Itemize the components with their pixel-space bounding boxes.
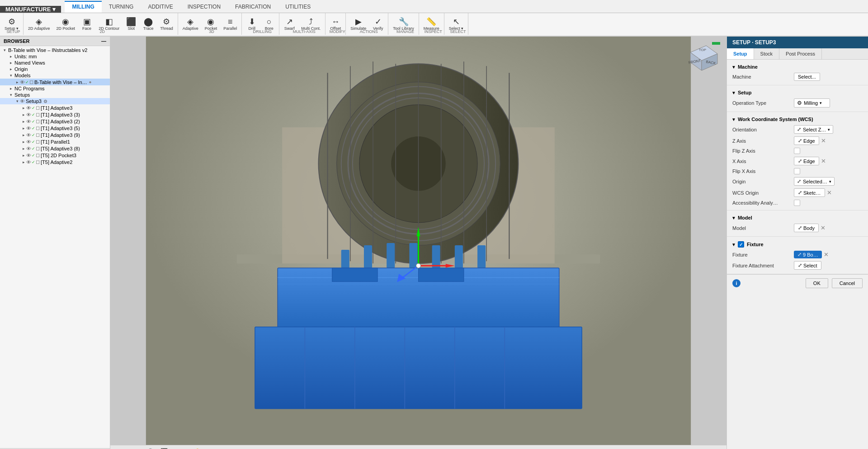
eye-icon-model-item[interactable]: 👁 xyxy=(20,80,25,85)
eye-icon-t1-adaptive3-2[interactable]: 👁 xyxy=(26,119,31,124)
model-body-field[interactable]: ⤢ Body xyxy=(794,224,819,232)
browser-collapse-btn[interactable]: — xyxy=(101,38,106,44)
arrow-model-item[interactable]: ▸ xyxy=(14,80,20,84)
tab-utilities[interactable]: UTILITIES xyxy=(278,1,318,13)
camera-btn[interactable]: 📷 xyxy=(123,447,134,449)
x-axis-clear[interactable]: ✕ xyxy=(821,158,826,164)
wcs-origin-clear[interactable]: ✕ xyxy=(827,189,832,196)
check-icon-t5-adaptive2[interactable]: ✓ xyxy=(32,160,35,164)
arrow-t5-adaptive3-8[interactable]: ▸ xyxy=(21,146,26,151)
tree-item-t1-adaptive3-9[interactable]: ▸👁✓◻[T1] Adaptive3 (9) xyxy=(0,131,110,138)
model-section-header[interactable]: ▼ Model xyxy=(727,213,868,222)
zoom-btn[interactable]: 🔍 xyxy=(146,447,157,449)
arrow-t5-2d-pocket3[interactable]: ▸ xyxy=(21,153,26,158)
z-axis-field[interactable]: ⤢ Edge xyxy=(794,136,819,145)
x-axis-field[interactable]: ⤢ Edge xyxy=(794,157,819,165)
tree-item-units[interactable]: ▸Units: mm xyxy=(0,53,110,60)
pan-btn[interactable]: ✋ xyxy=(192,447,203,449)
machine-select-btn[interactable]: Select... xyxy=(794,73,820,81)
tree-item-setup3[interactable]: ▾👁Setup3⚙ xyxy=(0,98,110,104)
z-axis-clear[interactable]: ✕ xyxy=(821,137,826,144)
tree-item-named-views[interactable]: ▸Named Views xyxy=(0,60,110,66)
tree-item-t1-adaptive3-2[interactable]: ▸👁✓◻[T1] Adaptive3 (2) xyxy=(0,118,110,125)
eye-icon-t5-2d-pocket3[interactable]: 👁 xyxy=(26,153,31,158)
arrow-t1-adaptive3-9[interactable]: ▸ xyxy=(21,133,26,137)
eye-icon-setup3[interactable]: 👁 xyxy=(20,98,25,104)
eye-icon-t5-adaptive3-8[interactable]: 👁 xyxy=(26,146,31,151)
flip-x-checkbox[interactable] xyxy=(794,168,800,174)
arrow-origin[interactable]: ▸ xyxy=(8,67,14,71)
tree-item-models[interactable]: ▾Models xyxy=(0,72,110,79)
tree-item-t1-parallel1[interactable]: ▸👁✓◻[T1] Parallel1 xyxy=(0,138,110,145)
tree-item-t5-adaptive2[interactable]: ▸👁✓◻[T5] Adaptive2 xyxy=(0,159,110,165)
flip-z-checkbox[interactable] xyxy=(794,148,800,154)
home-btn[interactable]: ⌂ xyxy=(114,447,121,449)
panel-tab-stock[interactable]: Stock xyxy=(754,48,780,59)
arrow-t1-adaptive3[interactable]: ▸ xyxy=(21,106,26,110)
origin-select[interactable]: ⤢ Selected… ▾ xyxy=(794,177,835,186)
tab-inspection[interactable]: INSPECTION xyxy=(180,1,228,13)
tree-item-model-item[interactable]: ▸👁✓◻B-Table with Vise – In…● xyxy=(0,79,110,85)
arrow-named-views[interactable]: ▸ xyxy=(8,61,14,65)
arrow-root[interactable]: ▾ xyxy=(2,48,7,52)
tree-item-t5-2d-pocket3[interactable]: ▸👁✓◻[T5] 2D Pocket3 xyxy=(0,152,110,159)
light-btn[interactable]: ☀ xyxy=(215,447,224,449)
tab-fabrication[interactable]: FABRICATION xyxy=(228,1,278,13)
arrow-nc-programs[interactable]: ▸ xyxy=(8,86,14,91)
arrow-t1-adaptive3-5[interactable]: ▸ xyxy=(21,126,26,131)
fixture-attachment-btn[interactable]: ⤢ Select xyxy=(794,261,821,270)
view-cube-btn[interactable]: ⬛ xyxy=(159,447,170,449)
wcs-origin-field[interactable]: ⤢ Sketc… xyxy=(794,188,825,197)
check-icon-t1-adaptive3[interactable]: ✓ xyxy=(32,106,35,110)
tree-item-t1-adaptive3-5[interactable]: ▸👁✓◻[T1] Adaptive3 (5) xyxy=(0,125,110,131)
fixture-clear[interactable]: ✕ xyxy=(824,251,829,258)
display-btn[interactable]: ◑ xyxy=(205,447,213,449)
tree-item-nc-programs[interactable]: ▸NC Programs xyxy=(0,85,110,92)
fixture-enabled-checkbox[interactable]: ✓ xyxy=(738,241,744,248)
check-icon-t5-adaptive3-8[interactable]: ✓ xyxy=(32,146,35,151)
arrow-setups[interactable]: ▾ xyxy=(8,93,14,97)
fixture-tag[interactable]: ⤢ 9 Bo… xyxy=(794,251,822,258)
check-icon-t1-adaptive3-2[interactable]: ✓ xyxy=(32,119,35,124)
active-icon-model-item[interactable]: ● xyxy=(89,80,92,84)
more-btn[interactable]: ⋯ xyxy=(236,447,246,449)
operation-type-select[interactable]: ⚙ Milling ▾ xyxy=(794,98,830,108)
arrow-setup3[interactable]: ▾ xyxy=(14,99,20,103)
eye-icon-t1-adaptive3-3[interactable]: 👁 xyxy=(26,112,31,117)
eye-icon-t1-parallel1[interactable]: 👁 xyxy=(26,139,31,145)
app-menu[interactable]: MANUFACTURE ▾ xyxy=(0,6,61,13)
tree-item-t1-adaptive3[interactable]: ▸👁✓◻[T1] Adaptive3 xyxy=(0,104,110,111)
setup-section-header[interactable]: ▼ Setup xyxy=(727,88,868,97)
settings-icon-setup3[interactable]: ⚙ xyxy=(43,99,47,104)
orientation-select[interactable]: ⤢ Select Z… ▾ xyxy=(794,125,833,134)
check-icon-t1-parallel1[interactable]: ✓ xyxy=(32,140,35,144)
check-icon-t1-adaptive3-5[interactable]: ✓ xyxy=(32,126,35,131)
ok-button[interactable]: OK xyxy=(806,278,828,288)
cancel-button[interactable]: Cancel xyxy=(832,278,863,288)
arrow-t1-adaptive3-2[interactable]: ▸ xyxy=(21,119,26,124)
check-icon-t1-adaptive3-9[interactable]: ✓ xyxy=(32,133,35,137)
nav-cube[interactable]: TOP FRONT BACK xyxy=(681,41,722,83)
arrow-t1-adaptive3-3[interactable]: ▸ xyxy=(21,112,26,117)
arrow-units[interactable]: ▸ xyxy=(8,54,14,59)
panel-tab-post-process[interactable]: Post Process xyxy=(779,48,822,59)
effects-btn[interactable]: ◻ xyxy=(226,447,235,449)
machine-section-header[interactable]: ▼ Machine xyxy=(727,62,868,71)
tree-item-t5-adaptive3-8[interactable]: ▸👁✓◻[T5] Adaptive3 (8) xyxy=(0,145,110,152)
orbit-btn[interactable]: ↺ xyxy=(182,447,190,449)
tree-item-root[interactable]: ▾B-Table with Vise – INstructables v2 xyxy=(0,47,110,53)
eye-icon-t1-adaptive3-5[interactable]: 👁 xyxy=(26,126,31,131)
viewport[interactable]: TOP FRONT BACK ⌂ 📷 ⊕ 🔍 ⬛ ⊞ ↺ ✋ ◑ ☀ ◻ ⋯ xyxy=(110,37,726,449)
tab-milling[interactable]: MILLING xyxy=(65,1,101,13)
model-body-clear[interactable]: ✕ xyxy=(821,224,826,231)
check-icon-t1-adaptive3-3[interactable]: ✓ xyxy=(32,112,35,117)
tree-item-t1-adaptive3-3[interactable]: ▸👁✓◻[T1] Adaptive3 (3) xyxy=(0,111,110,118)
wcs-section-header[interactable]: ▼ Work Coordinate System (WCS) xyxy=(727,115,868,124)
grid-btn[interactable]: ⊞ xyxy=(171,447,180,449)
zoom-fit-btn[interactable]: ⊕ xyxy=(136,447,144,449)
info-icon[interactable]: i xyxy=(732,279,741,287)
arrow-t1-parallel1[interactable]: ▸ xyxy=(21,140,26,144)
tab-additive[interactable]: ADDITIVE xyxy=(141,1,180,13)
check-icon-t5-2d-pocket3[interactable]: ✓ xyxy=(32,153,35,158)
panel-tab-setup[interactable]: Setup xyxy=(727,48,754,59)
